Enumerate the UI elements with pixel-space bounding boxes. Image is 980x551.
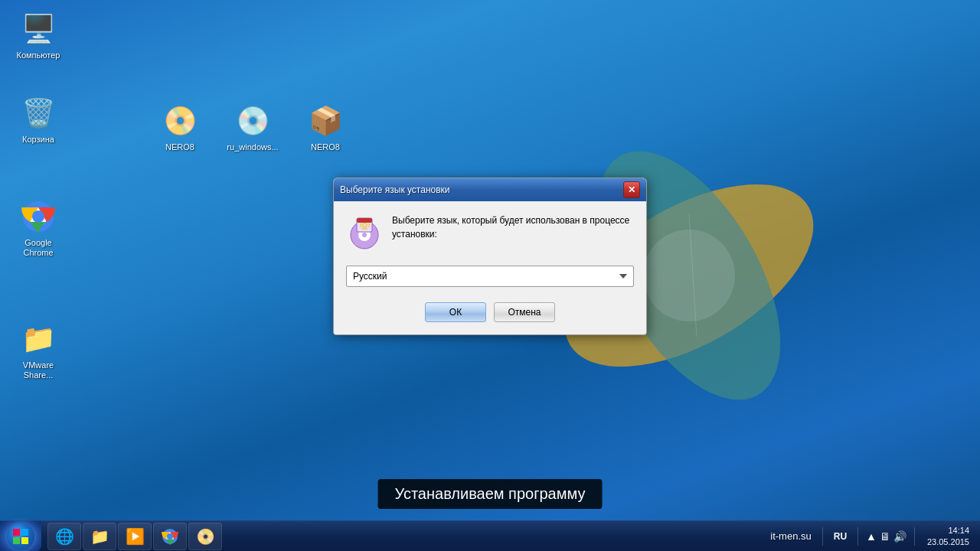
svg-rect-15 [13,529,20,536]
svg-rect-14 [357,218,372,223]
nero1-icon: 📀 [162,103,198,139]
desktop: 🖥️ Компьютер 🗑️ Корзина 📀 NERO8 💿 ru_win… [0,0,980,551]
desktop-icon-chrome[interactable]: Google Chrome [8,195,69,261]
taskbar-ie[interactable]: 🌐 [47,523,81,550]
taskbar-apps: 🌐 📁 ▶️ 📀 [44,521,764,552]
dialog-body: 📀 Выберите язык, который будет использов… [334,201,646,334]
svg-rect-18 [21,537,28,544]
nero1-label: NERO8 [165,142,194,152]
desktop-icon-nero2[interactable]: 📦 NERO8 [295,99,356,155]
dialog-title: Выберите язык установки [340,184,450,195]
dialog-disk-icon: 📀 [346,214,383,250]
start-button[interactable] [0,521,41,552]
language-indicator[interactable]: RU [834,531,847,542]
start-orb [7,523,34,550]
volume-icon[interactable]: 🔊 [893,530,906,543]
vmware-label: VMware Share... [11,360,66,380]
systray-time[interactable]: 14:14 23.05.2015 [923,525,974,547]
taskbar-installer[interactable]: 📀 [188,523,222,550]
svg-rect-17 [13,537,20,544]
taskbar-explorer[interactable]: 📁 [83,523,116,550]
taskbar: 🌐 📁 ▶️ 📀 [0,520,980,551]
dialog-body-text: Выберите язык, который будет использован… [392,214,634,250]
vmware-icon: 📁 [20,321,57,357]
chrome-label: Google Chrome [11,238,66,258]
windows-icon: 💿 [234,103,271,139]
dialog-content-area: 📀 Выберите язык, который будет использов… [346,214,634,250]
windows-label: ru_windows... [227,142,278,152]
nero2-icon: 📦 [307,103,344,139]
network-icon: 🖥 [880,530,890,543]
dialog-titlebar: Выберите язык установки ✕ [334,178,646,201]
caption-text: Устанавливаем программу [395,485,586,502]
taskbar-chrome[interactable] [153,523,187,550]
nero2-label: NERO8 [311,142,340,152]
svg-point-4 [643,230,735,321]
taskbar-divider-3 [914,527,915,546]
desktop-icon-computer[interactable]: 🖥️ Компьютер [8,8,69,64]
ie-icon: 🌐 [55,527,74,546]
clock-date: 23.05.2015 [927,536,969,547]
svg-rect-16 [21,529,28,536]
windows-logo-icon [12,528,29,545]
desktop-icon-windows[interactable]: 💿 ru_windows... [222,99,283,155]
dialog-buttons: ОК Отмена [346,302,634,322]
chrome-icon [20,198,57,235]
bottom-caption: Устанавливаем программу [378,479,603,509]
site-watermark: it-men.su [770,530,811,542]
ok-button[interactable]: ОК [425,302,486,322]
dialog-dropdown-row: Русский English Deutsch Français [346,266,634,287]
desktop-icon-recycle[interactable]: 🗑️ Корзина [8,92,69,148]
computer-icon-label: Компьютер [17,51,60,60]
explorer-icon: 📁 [90,527,109,546]
media-icon: ▶️ [126,527,145,546]
language-dialog: Выберите язык установки ✕ 📀 [333,178,647,335]
language-dropdown[interactable]: Русский English Deutsch Français [346,266,634,287]
svg-point-21 [167,533,173,540]
recycle-icon-label: Корзина [22,135,54,145]
taskbar-divider-1 [822,527,823,546]
desktop-icon-vmware[interactable]: 📁 VMware Share... [8,318,69,383]
recycle-icon: 🗑️ [20,95,57,132]
systray-icons: ▲ 🖥 🔊 [866,530,906,543]
taskbar-systray: it-men.su RU ▲ 🖥 🔊 14:14 23.05.2015 [764,521,980,552]
chrome-taskbar-icon [162,528,178,545]
expand-tray-icon[interactable]: ▲ [866,530,877,543]
taskbar-divider-2 [858,527,858,546]
desktop-icon-nero1[interactable]: 📀 NERO8 [149,99,211,155]
installer-icon: 📀 [196,527,215,546]
svg-point-8 [32,210,44,223]
svg-point-11 [362,233,367,237]
dialog-close-button[interactable]: ✕ [623,181,640,198]
cancel-button[interactable]: Отмена [494,302,555,322]
computer-icon: 🖥️ [20,11,57,47]
clock-time: 14:14 [927,525,969,536]
taskbar-media[interactable]: ▶️ [118,523,152,550]
